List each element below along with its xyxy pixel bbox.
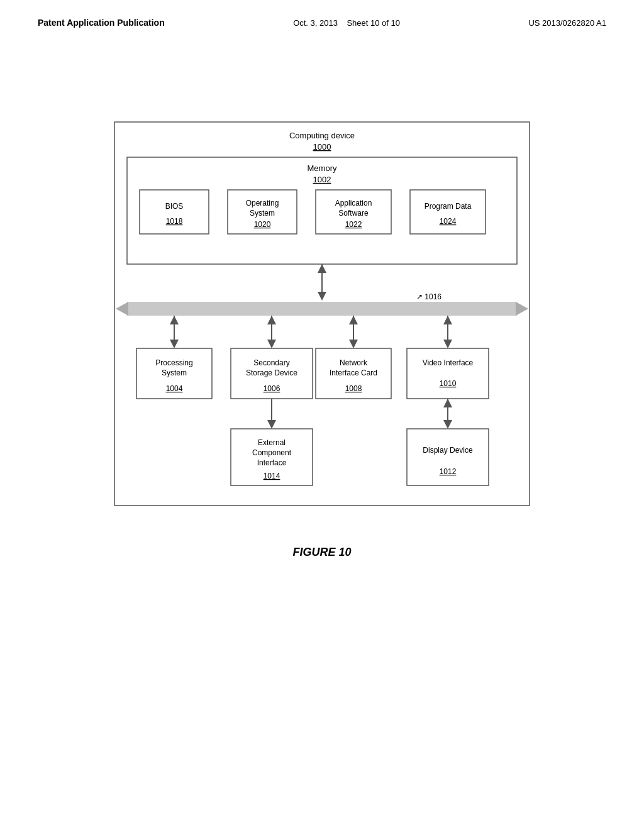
bios-box (140, 190, 209, 234)
os-label-1: Operating (246, 199, 279, 208)
bus-body (127, 302, 517, 316)
program-data-label: Program Data (425, 202, 472, 211)
app-software-label-2: Software (338, 209, 369, 218)
publication-label: Patent Application Publication (38, 18, 165, 28)
arrow-storage-down (267, 340, 276, 348)
arrow-nic-up (349, 316, 358, 324)
patent-number: US 2013/0262820 A1 (528, 18, 606, 28)
proc-label-2: System (162, 368, 187, 377)
app-software-label-1: Application (335, 199, 372, 208)
app-software-number: 1022 (345, 220, 362, 229)
program-data-number: 1024 (440, 217, 457, 226)
date: Oct. 3, 2013 (293, 18, 338, 28)
computing-device-label: Computing device (289, 131, 355, 140)
computing-device-number: 1000 (313, 142, 331, 152)
arrow-proc-down (170, 340, 179, 348)
ext-label-3: Interface (257, 458, 287, 467)
os-number: 1020 (254, 220, 271, 229)
bus-right-arrow (516, 302, 528, 316)
sheet-info: Sheet 10 of 10 (347, 18, 400, 28)
main-content: Computing device 1000 Memory 1002 BIOS 1… (0, 28, 644, 559)
display-label-1: Display Device (423, 446, 473, 455)
program-data-box (410, 190, 486, 234)
video-number: 1010 (440, 379, 457, 388)
video-interface-box (407, 348, 489, 399)
nic-number: 1008 (345, 384, 362, 393)
arrow-display-down (443, 420, 452, 429)
bios-number: 1018 (166, 217, 183, 226)
bus-label: ↗ 1016 (416, 292, 441, 301)
os-label-2: System (250, 209, 275, 218)
arrow-video-down (443, 340, 452, 348)
arrow-proc-up (170, 316, 179, 324)
memory-box (127, 157, 517, 264)
video-label-1: Video Interface (423, 358, 474, 367)
bus-left-arrow (116, 302, 128, 316)
ext-number: 1014 (264, 472, 280, 480)
proc-number: 1004 (166, 384, 183, 393)
storage-label-2: Storage Device (246, 368, 297, 377)
page-header: Patent Application Publication Oct. 3, 2… (0, 0, 644, 28)
bios-label: BIOS (165, 202, 184, 211)
memory-number: 1002 (313, 175, 331, 184)
memory-label: Memory (308, 163, 337, 173)
storage-label-1: Secondary (253, 358, 289, 367)
arrow-video-up (443, 316, 452, 324)
storage-number: 1006 (264, 384, 280, 393)
arrow-display-up (443, 399, 452, 407)
proc-label-1: Processing (155, 358, 192, 367)
arrow-storage-up (267, 316, 276, 324)
diagram-container: Computing device 1000 Memory 1002 BIOS 1… (108, 116, 536, 521)
arrow-down-head (318, 292, 326, 301)
arrow-up-head (318, 264, 326, 273)
display-number: 1012 (440, 467, 457, 476)
ext-label-1: External (258, 438, 286, 447)
ext-label-2: Component (252, 448, 292, 457)
diagram-svg: Computing device 1000 Memory 1002 BIOS 1… (108, 116, 536, 518)
nic-label-1: Network (340, 358, 368, 367)
arrow-ext-down (267, 420, 276, 429)
date-sheet: Oct. 3, 2013 Sheet 10 of 10 (293, 18, 400, 28)
nic-label-2: Interface Card (330, 368, 377, 377)
display-device-box (407, 429, 489, 485)
figure-label: FIGURE 10 (292, 546, 351, 559)
arrow-nic-down (349, 340, 358, 348)
